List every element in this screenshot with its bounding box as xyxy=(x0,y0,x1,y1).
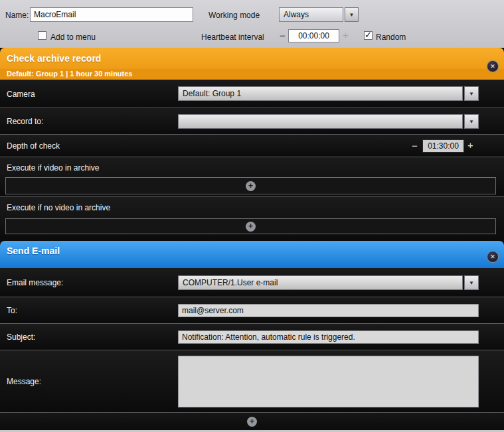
add-action-row: + xyxy=(0,413,504,430)
subject-label: Subject: xyxy=(7,332,35,342)
execute-if-no-video-add-area: + xyxy=(5,218,496,234)
record-to-dropdown-button[interactable]: ▼ xyxy=(464,114,479,129)
email-message-label: Email message: xyxy=(7,278,63,287)
execute-if-no-video-label: Execute if no video in archive xyxy=(7,203,110,212)
depth-of-check-row: Depth of check − + xyxy=(0,135,504,157)
panel-subtitle-bar: Default: Group 1 | 1 hour 30 minutes xyxy=(0,69,504,80)
macro-name-input[interactable] xyxy=(30,7,193,22)
macro-settings-bar: Name: Working mode Always ▼ Add to menu … xyxy=(0,0,504,48)
heartbeat-interval-label: Heartbeat interval xyxy=(201,33,264,42)
add-action-button[interactable]: + xyxy=(246,222,256,232)
add-action-button[interactable]: + xyxy=(246,181,256,191)
close-button[interactable]: ✕ xyxy=(487,251,499,263)
chevron-down-icon: ▼ xyxy=(469,280,474,286)
depth-of-check-label: Depth of check xyxy=(7,141,60,151)
record-to-select[interactable] xyxy=(178,114,463,129)
to-input[interactable] xyxy=(178,304,479,317)
camera-row: Camera Default: Group 1 ▼ xyxy=(0,80,504,108)
email-message-dropdown-button[interactable]: ▼ xyxy=(464,275,479,290)
random-checkbox[interactable]: ✓ xyxy=(364,31,373,40)
panel-title: Send E-mail xyxy=(7,246,60,256)
execute-if-video-add-area: + xyxy=(5,177,496,194)
to-row: To: xyxy=(0,297,504,324)
depth-of-check-input[interactable] xyxy=(422,139,464,153)
camera-label: Camera xyxy=(7,90,35,99)
heartbeat-interval-input[interactable] xyxy=(288,29,339,42)
random-label: Random xyxy=(376,33,406,42)
depth-increment-button[interactable]: + xyxy=(467,140,473,150)
panel-header: Check archive record xyxy=(0,48,504,69)
execute-if-video-label: Execute if video in archive xyxy=(7,163,99,173)
working-mode-dropdown-button[interactable]: ▼ xyxy=(345,7,359,22)
add-to-menu-label: Add to menu xyxy=(50,33,96,42)
add-to-menu-checkbox[interactable] xyxy=(38,31,46,40)
email-message-select[interactable]: COMPUTER/1.User e-mail xyxy=(178,275,463,290)
send-email-panel: Send E-mail ✕ Email message: COMPUTER/1.… xyxy=(0,241,504,432)
to-label: To: xyxy=(7,306,17,315)
panel-title: Check archive record xyxy=(7,53,101,64)
plus-icon: + xyxy=(248,181,253,190)
working-mode-select[interactable]: Always xyxy=(279,7,343,22)
record-to-label: Record to: xyxy=(7,117,43,126)
close-button[interactable]: ✕ xyxy=(487,60,499,72)
execute-if-video-row: Execute if video in archive + xyxy=(0,157,504,197)
chevron-down-icon: ▼ xyxy=(469,91,474,97)
record-to-row: Record to: ▼ xyxy=(0,108,504,135)
depth-decrement-button[interactable]: − xyxy=(412,141,418,151)
camera-select[interactable]: Default: Group 1 xyxy=(178,86,463,101)
check-archive-panel: Check archive record Default: Group 1 | … xyxy=(0,48,504,241)
checkmark-icon: ✓ xyxy=(365,30,372,40)
working-mode-label: Working mode xyxy=(209,11,260,20)
close-icon: ✕ xyxy=(490,253,495,260)
execute-if-no-video-row: Execute if no video in archive + xyxy=(0,197,504,241)
chevron-down-icon: ▼ xyxy=(349,12,355,18)
email-message-row: Email message: COMPUTER/1.User e-mail ▼ xyxy=(0,268,504,297)
heartbeat-increment-button[interactable]: + xyxy=(343,30,349,40)
plus-icon: + xyxy=(250,417,254,426)
name-label: Name: xyxy=(5,11,29,20)
subject-row: Subject: xyxy=(0,324,504,350)
panel-subtitle: Default: Group 1 | 1 hour 30 minutes xyxy=(7,70,133,78)
close-icon: ✕ xyxy=(490,63,495,70)
camera-dropdown-button[interactable]: ▼ xyxy=(464,86,479,101)
panel-header: Send E-mail xyxy=(0,241,504,268)
subject-input[interactable] xyxy=(178,330,479,344)
heartbeat-decrement-button[interactable]: − xyxy=(280,31,286,40)
plus-icon: + xyxy=(248,222,253,231)
chevron-down-icon: ▼ xyxy=(469,119,474,125)
message-label: Message: xyxy=(7,377,41,386)
message-row: Message: xyxy=(0,350,504,413)
add-action-button[interactable]: + xyxy=(247,417,257,427)
message-textarea[interactable] xyxy=(178,356,479,407)
